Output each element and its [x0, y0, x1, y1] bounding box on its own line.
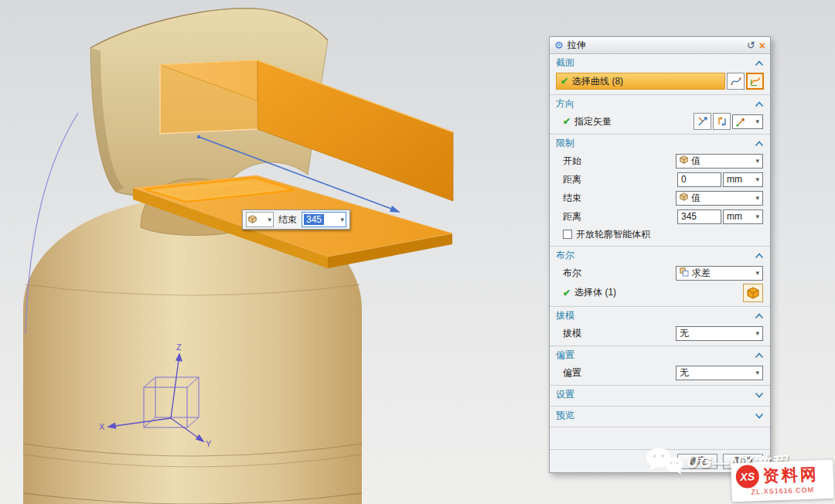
group-preview: 预览: [550, 407, 770, 427]
select-body-button[interactable]: [743, 284, 763, 302]
end-distance-input[interactable]: 345: [677, 209, 721, 224]
axis-label-y: Y: [206, 439, 212, 448]
group-limits: 限制 开始 值 ▾ 距离 0: [550, 135, 770, 247]
chevron-up-icon[interactable]: [755, 253, 764, 259]
start-distance-input[interactable]: 0: [677, 172, 721, 187]
sketch-section-button[interactable]: [746, 73, 764, 90]
start-limit-value: 值: [691, 155, 700, 168]
start-unit-dropdown[interactable]: mm ▾: [723, 172, 763, 187]
dialog-title: 拉伸: [567, 39, 586, 52]
chevron-up-icon[interactable]: [755, 352, 764, 359]
boolean-label: 布尔: [563, 267, 581, 280]
cube-icon: [680, 192, 688, 203]
offset-header[interactable]: 偏置: [550, 347, 770, 363]
draft-dropdown[interactable]: 无 ▾: [676, 326, 763, 341]
curve-rule-button[interactable]: [727, 73, 745, 90]
draft-header[interactable]: 拔模: [550, 308, 770, 324]
boolean-dropdown[interactable]: 求差 ▾: [676, 266, 763, 281]
preview-title: 预览: [556, 409, 574, 422]
draft-title: 拔模: [556, 309, 574, 322]
inferred-vector-button[interactable]: [694, 113, 711, 130]
chevron-down-icon: ▾: [755, 330, 759, 337]
inferred-vector-icon: [697, 116, 708, 127]
boolean-header[interactable]: 布尔: [550, 247, 770, 264]
start-distance-label: 距离: [563, 173, 581, 186]
start-limit-row: 开始 值 ▾: [550, 152, 770, 170]
application-window: Z X Y ▾ 结束 345 ▾ ⚙ 拉伸 ↺ × 截面: [0, 0, 835, 504]
chevron-down-icon: ▾: [755, 176, 759, 183]
chevron-down-icon[interactable]: [755, 413, 764, 419]
end-unit-dropdown[interactable]: mm ▾: [723, 209, 763, 224]
group-boolean: 布尔 布尔 求差 ▾ ✔ 选择体 (1): [550, 247, 770, 307]
offset-value: 无: [680, 366, 689, 380]
start-unit-value: mm: [727, 174, 742, 185]
chevron-up-icon[interactable]: [755, 101, 764, 107]
section-title: 截面: [556, 56, 574, 70]
logo-xs-badge: XS: [735, 465, 759, 489]
curve-icon: [731, 76, 741, 87]
select-curve-row: ✔ 选择曲线 (8): [550, 71, 770, 91]
specify-vector-row: ✔ 指定矢量 ▾: [550, 112, 770, 131]
boolean-title: 布尔: [556, 249, 574, 262]
draft-label: 拔模: [563, 327, 581, 340]
specify-vector-label: 指定矢量: [574, 115, 612, 128]
chevron-up-icon[interactable]: [755, 60, 764, 66]
end-distance-row: 距离 345 mm ▾: [550, 207, 770, 226]
chevron-down-icon: ▾: [755, 158, 759, 165]
boolean-value: 求差: [692, 267, 711, 280]
vector-type-dropdown[interactable]: ▾: [732, 114, 763, 129]
vector-icon: [736, 117, 746, 127]
chevron-down-icon: ▾: [755, 195, 759, 202]
wechat-icon: [645, 447, 685, 481]
start-limit-dropdown[interactable]: 值 ▾: [676, 154, 763, 169]
axis-label-x: X: [99, 422, 105, 431]
direction-header[interactable]: 方向: [550, 96, 770, 112]
end-distance-value: 345: [681, 211, 697, 222]
section-header[interactable]: 截面: [550, 55, 770, 71]
offset-dropdown[interactable]: 无 ▾: [676, 366, 763, 380]
reset-icon[interactable]: ↺: [747, 39, 755, 51]
end-limit-dropdown[interactable]: 值 ▾: [676, 191, 763, 206]
start-distance-value: 0: [681, 174, 687, 185]
check-icon: ✔: [563, 288, 571, 298]
check-icon: ✔: [563, 116, 571, 127]
end-distance-label: 距离: [563, 210, 581, 223]
cube-icon: [248, 213, 257, 226]
distance-mode-dropdown[interactable]: ▾: [246, 212, 274, 227]
cube-icon: [680, 155, 688, 166]
direction-title: 方向: [556, 97, 574, 111]
open-profile-checkbox[interactable]: [563, 230, 572, 239]
boolean-row: 布尔 求差 ▾: [550, 264, 770, 282]
group-offset: 偏置 偏置 无 ▾: [550, 346, 770, 386]
open-profile-row: 开放轮廓智能体积: [550, 226, 770, 243]
chevron-up-icon[interactable]: [755, 141, 764, 147]
preview-header[interactable]: 预览: [550, 407, 770, 424]
reverse-direction-button[interactable]: [713, 113, 731, 130]
group-settings: 设置: [550, 386, 770, 407]
end-limit-row: 结束 值 ▾: [550, 189, 770, 207]
chevron-down-icon: ▾: [340, 216, 344, 223]
onscreen-distance-toolbar: ▾ 结束 345 ▾: [242, 209, 350, 230]
end-distance-label: 结束: [277, 213, 298, 226]
chevron-down-icon[interactable]: [755, 392, 764, 398]
subtract-icon: [680, 267, 689, 279]
settings-header[interactable]: 设置: [550, 387, 770, 403]
limits-title: 限制: [556, 137, 574, 150]
axis-label-z: Z: [176, 342, 182, 352]
open-profile-label: 开放轮廓智能体积: [576, 228, 650, 241]
draft-value: 无: [680, 327, 689, 340]
start-label: 开始: [563, 155, 581, 168]
select-curve-label: 选择曲线 (8): [572, 75, 623, 88]
chevron-down-icon: ▾: [755, 213, 759, 220]
chevron-down-icon: ▾: [755, 270, 759, 277]
chevron-up-icon[interactable]: [755, 313, 764, 319]
limits-header[interactable]: 限制: [550, 135, 770, 152]
dialog-titlebar[interactable]: ⚙ 拉伸 ↺ ×: [550, 37, 770, 54]
chevron-down-icon: ▾: [755, 118, 759, 125]
end-distance-input[interactable]: 345 ▾: [302, 212, 346, 227]
select-curve-field[interactable]: ✔ 选择曲线 (8): [556, 73, 725, 90]
draft-row: 拔模 无 ▾: [550, 324, 770, 342]
close-icon[interactable]: ×: [759, 39, 765, 52]
group-section: 截面 ✔ 选择曲线 (8): [550, 54, 770, 95]
chevron-down-icon: ▾: [268, 216, 271, 223]
